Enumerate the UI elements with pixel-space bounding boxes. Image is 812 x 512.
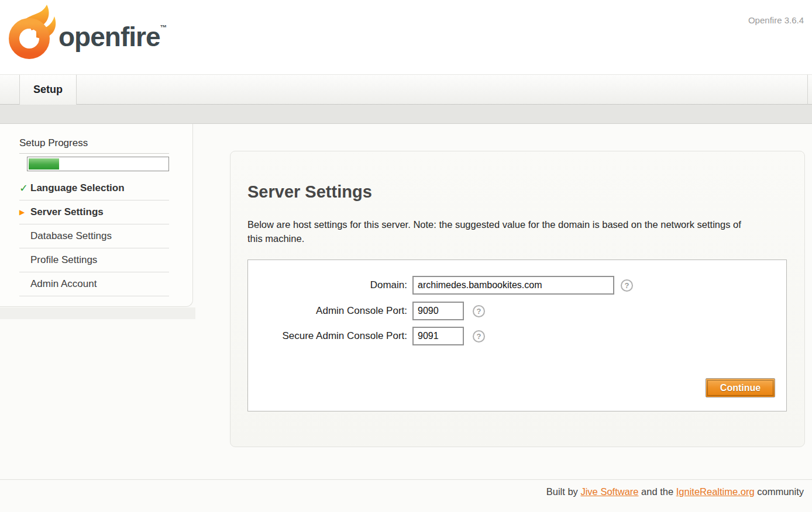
- page-title: Server Settings: [247, 182, 372, 202]
- brand-wordmark: openfire™: [59, 21, 167, 53]
- domain-help-icon[interactable]: ?: [621, 279, 633, 292]
- header: openfire™ Openfire 3.6.4: [0, 0, 812, 74]
- setup-progress-sidebar: Setup Progress ✓ Language Selection ▶ Se…: [0, 124, 193, 307]
- check-icon: ✓: [19, 182, 30, 195]
- divider: [19, 153, 169, 154]
- admin-port-field-label: Admin Console Port:: [248, 302, 407, 320]
- tab-setup[interactable]: Setup: [19, 75, 77, 105]
- progress-bar: [27, 157, 169, 171]
- sidebar-item-label: Profile Settings: [30, 254, 97, 266]
- sidebar-item-admin-account: Admin Account: [19, 272, 169, 296]
- sidebar-shadow: [0, 307, 195, 319]
- progress-fill: [29, 158, 59, 169]
- footer-text: and the: [639, 486, 676, 497]
- sidebar-item-label: Admin Account: [30, 278, 97, 290]
- arrow-right-icon: ▶: [19, 208, 30, 216]
- openfire-logo-icon: [7, 4, 61, 61]
- setup-progress-title: Setup Progress: [19, 137, 88, 149]
- footer: Built by Jive Software and the IgniteRea…: [546, 486, 804, 497]
- continue-button[interactable]: Continue: [706, 378, 775, 397]
- nav-tabs-bar: Setup: [0, 74, 812, 105]
- sidebar-item-profile-settings: Profile Settings: [19, 248, 169, 272]
- secure-port-field-label: Secure Admin Console Port:: [248, 327, 407, 345]
- footer-text: community: [755, 486, 804, 497]
- footer-divider: [0, 479, 812, 480]
- link-igniterealtime[interactable]: IgniteRealtime.org: [676, 486, 755, 497]
- sidebar-item-label: Database Settings: [30, 230, 112, 242]
- sidebar-item-label: Language Selection: [30, 182, 125, 194]
- subnav-band: [0, 105, 812, 124]
- tabbar-divider: [807, 75, 808, 105]
- admin-port-input[interactable]: [412, 302, 464, 320]
- server-settings-form: Domain: ? Admin Console Port: ? Secure A…: [247, 260, 787, 411]
- sidebar-item-database-settings: Database Settings: [19, 224, 169, 248]
- link-jive-software[interactable]: Jive Software: [580, 486, 638, 497]
- version-label: Openfire 3.6.4: [748, 15, 804, 25]
- admin-port-help-icon[interactable]: ?: [473, 305, 485, 317]
- domain-input[interactable]: [412, 276, 614, 295]
- domain-field-label: Domain:: [248, 276, 407, 295]
- page-description: Below are host settings for this server.…: [247, 218, 753, 246]
- sidebar-item-server-settings: ▶ Server Settings: [19, 200, 169, 224]
- sidebar-item-language-selection: ✓ Language Selection: [19, 177, 169, 200]
- main-panel: Server Settings Below are host settings …: [230, 151, 805, 447]
- footer-text: Built by: [546, 486, 581, 497]
- secure-port-input[interactable]: [412, 327, 464, 345]
- setup-steps-list: ✓ Language Selection ▶ Server Settings D…: [19, 177, 169, 296]
- secure-port-help-icon[interactable]: ?: [473, 330, 485, 343]
- sidebar-item-label: Server Settings: [30, 206, 104, 218]
- trademark-symbol: ™: [160, 23, 167, 32]
